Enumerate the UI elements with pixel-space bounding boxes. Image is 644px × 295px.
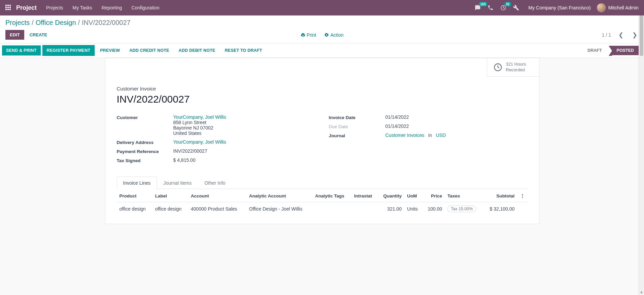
action-button[interactable]: Action bbox=[324, 32, 343, 38]
doc-title: INV/2022/00027 bbox=[117, 94, 528, 105]
create-button[interactable]: Create bbox=[30, 32, 47, 37]
label-invoice-date: Invoice Date bbox=[329, 114, 385, 120]
breadcrumb-current: INV/2022/00027 bbox=[82, 19, 131, 27]
breadcrumb: Projects / Office Design / INV/2022/0002… bbox=[5, 19, 639, 27]
gear-icon bbox=[324, 33, 329, 37]
reset-to-draft-button[interactable]: Reset to Draft bbox=[221, 46, 266, 55]
cell-analytic-tags bbox=[312, 202, 351, 216]
print-icon bbox=[301, 33, 305, 37]
scrollbar-thumb[interactable] bbox=[640, 15, 643, 56]
th-options-icon[interactable]: ⋮ bbox=[517, 189, 528, 202]
add-credit-note-button[interactable]: Add Credit Note bbox=[126, 46, 173, 55]
control-panel: Projects / Office Design / INV/2022/0002… bbox=[0, 15, 644, 43]
form-sheet: 321 Hours Recorded Customer Invoice INV/… bbox=[105, 58, 539, 224]
th-price[interactable]: Price bbox=[422, 189, 445, 202]
statusbar: Send & Print Register Payment Preview Ad… bbox=[0, 43, 644, 58]
register-payment-button[interactable]: Register Payment bbox=[43, 45, 95, 56]
label-payment-reference: Payment Reference bbox=[117, 148, 173, 154]
activities-badge: 32 bbox=[504, 2, 511, 6]
th-analytic-tags[interactable]: Analytic Tags bbox=[312, 189, 351, 202]
cell-account: 400000 Product Sales bbox=[188, 202, 246, 216]
avatar bbox=[597, 3, 606, 12]
th-subtotal[interactable]: Subtotal bbox=[483, 189, 517, 202]
brand[interactable]: Project bbox=[16, 4, 37, 11]
debug-icon[interactable] bbox=[513, 5, 519, 11]
th-analytic-account[interactable]: Analytic Account bbox=[246, 189, 312, 202]
pager-text: 1 / 1 bbox=[602, 32, 611, 38]
cell-subtotal: $ 32,100.00 bbox=[483, 202, 517, 216]
th-label[interactable]: Label bbox=[152, 189, 188, 202]
messages-badge: 165 bbox=[479, 2, 488, 6]
delivery-address-link[interactable]: YourCompany, Joel Willis bbox=[173, 139, 226, 145]
customer-link[interactable]: YourCompany, Joel Willis bbox=[173, 114, 226, 120]
stat-line2: Recorded bbox=[506, 67, 526, 73]
nav-configuration[interactable]: Configuration bbox=[131, 5, 159, 10]
add-debit-note-button[interactable]: Add Debit Note bbox=[175, 46, 219, 55]
stat-line1: 321 Hours bbox=[506, 62, 526, 67]
nav-reporting[interactable]: Reporting bbox=[102, 5, 122, 10]
tax-signed-value: $ 4,815.00 bbox=[173, 157, 315, 163]
invoice-lines-table: Product Label Account Analytic Account A… bbox=[117, 189, 528, 216]
customer-address-3: United States bbox=[173, 131, 315, 136]
journal-link[interactable]: Customer Invoices bbox=[385, 133, 425, 138]
tab-journal-items[interactable]: Journal Items bbox=[157, 177, 198, 189]
cell-product: office design bbox=[117, 202, 152, 216]
tab-other-info[interactable]: Other Info bbox=[198, 177, 232, 189]
send-print-button[interactable]: Send & Print bbox=[2, 45, 41, 56]
th-intrastat[interactable]: Intrastat bbox=[351, 189, 378, 202]
journal-currency[interactable]: USD bbox=[436, 133, 446, 138]
journal-in: in bbox=[428, 133, 432, 138]
customer-address-2: Bayonne NJ 07002 bbox=[173, 125, 315, 131]
cell-analytic-account: Office Design - Joel Willis bbox=[246, 202, 312, 216]
cell-quantity: 321.00 bbox=[378, 202, 405, 216]
table-row[interactable]: office design office design 400000 Produ… bbox=[117, 202, 528, 216]
messages-icon[interactable]: 165 bbox=[475, 5, 481, 11]
breadcrumb-office-design[interactable]: Office Design bbox=[36, 19, 76, 27]
customer-address-1: 858 Lynn Street bbox=[173, 120, 315, 125]
th-product[interactable]: Product bbox=[117, 189, 152, 202]
payment-reference-value: INV/2022/00027 bbox=[173, 148, 315, 154]
label-journal: Journal bbox=[329, 133, 385, 138]
label-due-date: Due Date bbox=[329, 123, 385, 129]
navbar: Project Projects My Tasks Reporting Conf… bbox=[0, 0, 644, 15]
apps-icon[interactable] bbox=[5, 5, 11, 11]
th-uom[interactable]: UoM bbox=[404, 189, 422, 202]
cell-uom: Units bbox=[404, 202, 422, 216]
hours-recorded-button[interactable]: 321 Hours Recorded bbox=[487, 58, 539, 77]
pager-prev[interactable]: ❮ bbox=[617, 31, 625, 39]
cell-price: 100.00 bbox=[422, 202, 445, 216]
cell-label: office design bbox=[152, 202, 188, 216]
phone-icon[interactable] bbox=[487, 5, 494, 11]
doc-type: Customer Invoice bbox=[117, 86, 528, 91]
preview-button[interactable]: Preview bbox=[96, 46, 124, 55]
th-account[interactable]: Account bbox=[188, 189, 246, 202]
invoice-date-value: 01/14/2022 bbox=[385, 114, 528, 120]
breadcrumb-projects[interactable]: Projects bbox=[5, 19, 30, 27]
cell-intrastat bbox=[351, 202, 378, 216]
nav-my-tasks[interactable]: My Tasks bbox=[73, 5, 92, 10]
activities-icon[interactable]: 32 bbox=[500, 5, 506, 11]
status-draft[interactable]: Draft bbox=[583, 46, 606, 55]
cell-taxes: Tax 15.00% bbox=[445, 202, 483, 216]
user-menu[interactable]: Mitchell Admin bbox=[597, 3, 639, 12]
scrollbar[interactable]: ▲ ▼ bbox=[639, 15, 644, 224]
tab-invoice-lines[interactable]: Invoice Lines bbox=[117, 177, 157, 189]
edit-button[interactable]: Edit bbox=[5, 30, 24, 40]
label-customer: Customer bbox=[117, 114, 173, 136]
tabs: Invoice Lines Journal Items Other Info bbox=[117, 177, 528, 189]
due-date-value: 01/14/2022 bbox=[385, 123, 528, 129]
pager-next[interactable]: ❯ bbox=[631, 31, 639, 39]
print-button[interactable]: Print bbox=[301, 32, 316, 38]
label-delivery-address: Delivery Address bbox=[117, 139, 173, 145]
company-selector[interactable]: My Company (San Francisco) bbox=[529, 5, 591, 10]
th-taxes[interactable]: Taxes bbox=[445, 189, 483, 202]
clock-icon bbox=[493, 63, 503, 72]
status-posted[interactable]: Posted bbox=[612, 46, 639, 55]
user-name: Mitchell Admin bbox=[608, 5, 639, 10]
label-tax-signed: Tax Signed bbox=[117, 157, 173, 163]
nav-projects[interactable]: Projects bbox=[46, 5, 63, 10]
th-quantity[interactable]: Quantity bbox=[378, 189, 405, 202]
